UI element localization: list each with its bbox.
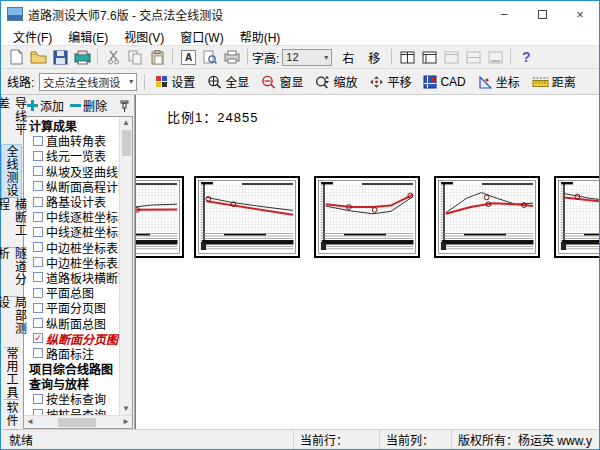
print-icon[interactable] bbox=[222, 47, 242, 67]
plus-icon bbox=[27, 100, 38, 111]
tab-traverse-adjustment[interactable]: 导线平差 bbox=[1, 97, 22, 144]
checkbox[interactable] bbox=[33, 136, 43, 146]
window-split-icon[interactable] bbox=[463, 47, 483, 67]
window-arrange-icon[interactable] bbox=[441, 47, 461, 67]
open-file-icon[interactable] bbox=[28, 47, 48, 67]
font-style-icon[interactable]: A bbox=[178, 47, 198, 67]
window-tile-icon[interactable] bbox=[397, 47, 417, 67]
checkbox[interactable] bbox=[33, 394, 43, 404]
font-height-combobox[interactable]: 12 ▾ bbox=[282, 49, 332, 66]
tree-item[interactable]: 纵坡及竖曲线表 bbox=[27, 164, 119, 179]
tree-item[interactable]: 平面分页图 bbox=[27, 300, 119, 315]
tree-item-label: 路面标注 bbox=[46, 346, 94, 361]
tree-item[interactable]: 按桩号查询 bbox=[27, 407, 119, 415]
checkbox[interactable] bbox=[33, 348, 43, 358]
horizontal-scrollbar[interactable]: ◄ ► bbox=[24, 415, 132, 428]
pin-button[interactable] bbox=[118, 100, 131, 112]
tree-item[interactable]: 平面总图 bbox=[27, 285, 119, 300]
tree-item[interactable]: 路基设计表 bbox=[27, 194, 119, 209]
zoom-all-button[interactable]: 全显 bbox=[201, 71, 255, 93]
menu-file[interactable]: 文件(F) bbox=[5, 28, 60, 45]
checkbox[interactable] bbox=[33, 166, 43, 176]
route-combobox[interactable]: 交点法全线测设 ▾ bbox=[39, 73, 137, 91]
copy-icon[interactable] bbox=[125, 47, 145, 67]
tree-item[interactable]: 线元一览表 bbox=[27, 148, 119, 163]
tree-item[interactable]: 中边桩坐标表2 bbox=[27, 255, 119, 270]
tree-item[interactable]: 纵断面高程计算表 bbox=[27, 179, 119, 194]
tab-common-tools[interactable]: 常用工具 bbox=[1, 347, 22, 399]
scroll-up-icon[interactable]: ▲ bbox=[120, 117, 132, 129]
tab-tunnel-analysis[interactable]: 隧道分析 bbox=[1, 247, 22, 296]
tree-group-header[interactable]: 项目综合线路图 bbox=[27, 361, 119, 376]
profile-thumbnail[interactable] bbox=[554, 176, 599, 258]
tree-item[interactable]: 纵断面总图 bbox=[27, 315, 119, 330]
checkbox[interactable] bbox=[33, 181, 43, 191]
tab-software[interactable]: 软件 bbox=[1, 399, 22, 429]
checkbox[interactable] bbox=[33, 151, 43, 161]
settings-button[interactable]: 设置 bbox=[149, 71, 201, 93]
tree-item[interactable]: ✓纵断面分页图 bbox=[27, 331, 119, 346]
menu-help[interactable]: 帮助(H) bbox=[232, 28, 289, 45]
checkbox[interactable] bbox=[33, 272, 43, 282]
plot-device-icon[interactable] bbox=[72, 47, 92, 67]
tab-local-survey[interactable]: 局部测设 bbox=[1, 296, 22, 347]
drawing-canvas[interactable]: 比例1：24855 bbox=[135, 95, 599, 429]
cut-icon[interactable] bbox=[103, 47, 123, 67]
checkbox[interactable] bbox=[33, 318, 43, 328]
new-file-icon[interactable] bbox=[6, 47, 26, 67]
window-minimize-all-icon[interactable] bbox=[485, 47, 505, 67]
profile-thumbnail[interactable] bbox=[194, 176, 300, 258]
menu-window[interactable]: 窗口(W) bbox=[172, 28, 231, 45]
checkbox[interactable] bbox=[33, 227, 43, 237]
minimize-button[interactable]: − bbox=[485, 1, 523, 27]
tree-group-header[interactable]: 计算成果 bbox=[27, 118, 119, 133]
add-button[interactable]: 添加 bbox=[25, 97, 66, 114]
zoom-window-button[interactable]: 窗显 bbox=[255, 71, 309, 93]
tree-item[interactable]: 道路板块横断面 bbox=[27, 270, 119, 285]
paste-icon[interactable] bbox=[147, 47, 167, 67]
checkbox[interactable] bbox=[33, 257, 43, 267]
coordinate-button[interactable]: 坐标 bbox=[472, 71, 526, 93]
tree-item[interactable]: 路面标注 bbox=[27, 346, 119, 361]
print-preview-icon[interactable] bbox=[200, 47, 220, 67]
cad-button[interactable]: CAD bbox=[417, 71, 471, 93]
checkbox[interactable] bbox=[33, 288, 43, 298]
tab-cross-section-works[interactable]: 横断工程 bbox=[1, 198, 22, 247]
tree-item-label: 纵坡及竖曲线表 bbox=[46, 164, 119, 179]
scroll-left-icon[interactable]: ◄ bbox=[24, 416, 36, 428]
distance-button[interactable]: 距离 bbox=[526, 71, 582, 93]
checkbox[interactable] bbox=[33, 242, 43, 252]
help-icon[interactable]: ? bbox=[516, 47, 536, 67]
checkbox[interactable] bbox=[33, 197, 43, 207]
scroll-down-icon[interactable]: ▼ bbox=[120, 403, 132, 415]
tree-item[interactable]: 中边桩坐标表1 bbox=[27, 240, 119, 255]
checkbox[interactable]: ✓ bbox=[33, 333, 43, 343]
zoom-scale-button[interactable]: 缩放 bbox=[309, 71, 363, 93]
scroll-thumb[interactable] bbox=[58, 418, 96, 427]
menu-view[interactable]: 视图(V) bbox=[116, 28, 172, 45]
tree-item[interactable]: 中线逐桩坐标表1 bbox=[27, 209, 119, 224]
tree-group-header[interactable]: 查询与放样 bbox=[27, 376, 119, 391]
window-cascade-icon[interactable] bbox=[419, 47, 439, 67]
view-toolbar: 线路: 交点法全线测设 ▾ 设置 全显 窗显 缩放 平移 CAD 坐标 bbox=[1, 69, 599, 95]
maximize-button[interactable] bbox=[523, 1, 561, 27]
delete-button[interactable]: 删除 bbox=[68, 97, 109, 114]
menu-edit[interactable]: 编辑(E) bbox=[60, 28, 116, 45]
profile-thumbnail[interactable] bbox=[434, 176, 540, 258]
tree-item[interactable]: 按坐标查询 bbox=[27, 391, 119, 406]
tree-item[interactable]: 中线逐桩坐标表2 bbox=[27, 224, 119, 239]
scroll-thumb[interactable] bbox=[122, 130, 131, 156]
tab-full-line-survey[interactable]: 全线测设 bbox=[1, 144, 22, 198]
close-button[interactable]: × bbox=[561, 1, 599, 27]
tree-item[interactable]: 直曲转角表 bbox=[27, 133, 119, 148]
profile-thumbnail[interactable] bbox=[135, 176, 184, 258]
profile-thumbnail[interactable] bbox=[314, 176, 420, 258]
vertical-scrollbar[interactable]: ▲ ▼ bbox=[119, 117, 132, 415]
checkbox[interactable] bbox=[33, 212, 43, 222]
pan-button[interactable]: 平移 bbox=[363, 71, 417, 93]
checkbox[interactable] bbox=[33, 303, 43, 313]
save-icon[interactable] bbox=[50, 47, 70, 67]
shift-move-button[interactable]: 移 bbox=[362, 47, 386, 67]
scroll-right-icon[interactable]: ► bbox=[120, 416, 132, 428]
shift-right-button[interactable]: 右 bbox=[336, 47, 360, 67]
